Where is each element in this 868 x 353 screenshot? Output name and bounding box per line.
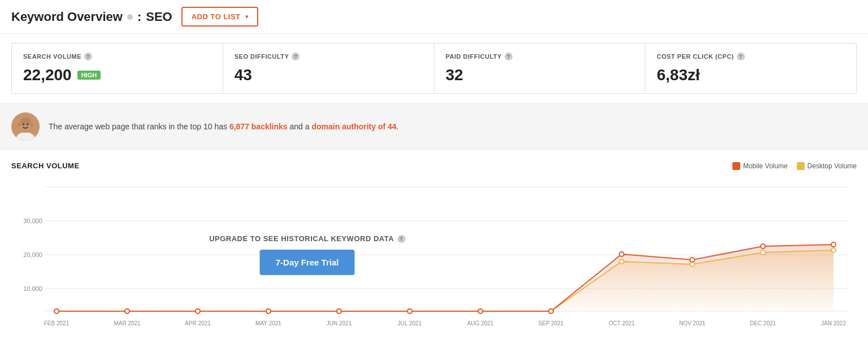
info-icon-search-volume[interactable]: ?: [84, 53, 92, 60]
svg-text:SEP 2021: SEP 2021: [539, 320, 564, 326]
insight-text: The average web page that ranks in the t…: [49, 121, 398, 133]
info-icon-cpc[interactable]: ?: [737, 53, 745, 60]
svg-text:NOV 2021: NOV 2021: [679, 320, 706, 326]
svg-point-46: [266, 309, 271, 313]
svg-text:JUN 2021: JUN 2021: [327, 320, 352, 326]
svg-point-51: [619, 252, 624, 256]
add-to-list-button[interactable]: ADD TO LIST ▾: [181, 7, 258, 27]
svg-text:DEC 2021: DEC 2021: [750, 320, 776, 326]
title-text: Keyword Overview: [11, 10, 123, 24]
svg-point-4: [27, 124, 29, 125]
legend-desktop: Desktop Volume: [797, 162, 857, 170]
high-badge: HIGH: [77, 71, 101, 80]
info-icon-upgrade[interactable]: ?: [397, 235, 405, 243]
info-icon-seo-difficulty[interactable]: ?: [292, 53, 300, 60]
svg-text:JAN 2022: JAN 2022: [821, 320, 846, 326]
legend-label-desktop: Desktop Volume: [808, 162, 857, 170]
svg-point-53: [761, 244, 765, 249]
title-separator: :: [137, 10, 141, 24]
add-to-list-label: ADD TO LIST: [192, 12, 241, 21]
metric-value-seo-difficulty: 43: [235, 66, 423, 84]
chart-header: SEARCH VOLUME Mobile Volume Desktop Volu…: [11, 162, 857, 170]
metric-card-search-volume: SEARCH VOLUME ? 22,200 HIGH: [11, 43, 223, 94]
insight-bar: The average web page that ranks in the t…: [0, 103, 868, 150]
keyword-label: SEO: [146, 10, 172, 24]
svg-text:10,000: 10,000: [23, 285, 42, 292]
svg-text:20,000: 20,000: [23, 251, 42, 258]
svg-point-54: [831, 242, 836, 247]
svg-text:MAR 2021: MAR 2021: [114, 320, 141, 326]
svg-text:30,000: 30,000: [23, 217, 42, 224]
info-icon-paid-difficulty[interactable]: ?: [505, 53, 513, 60]
legend-color-desktop: [797, 162, 805, 170]
chart-title: SEARCH VOLUME: [11, 162, 80, 170]
metric-card-seo-difficulty: SEO DIFFICULTY ? 43: [223, 43, 435, 94]
metric-value-cpc: 6,83zł: [657, 66, 845, 84]
upgrade-overlay: UPGRADE TO SEE HISTORICAL KEYWORD DATA ?…: [209, 234, 405, 275]
svg-text:APR 2021: APR 2021: [185, 320, 211, 326]
chart-wrapper: UPGRADE TO SEE HISTORICAL KEYWORD DATA ?…: [11, 176, 857, 334]
svg-point-5: [18, 123, 21, 127]
svg-point-2: [20, 117, 31, 125]
svg-point-49: [478, 309, 483, 313]
metric-label-seo-difficulty: SEO DIFFICULTY ?: [235, 53, 423, 60]
svg-point-42: [831, 248, 836, 252]
avatar: [11, 112, 40, 141]
svg-text:JUL 2021: JUL 2021: [398, 320, 422, 326]
svg-text:MAY 2021: MAY 2021: [255, 320, 281, 326]
page-header: Keyword Overview : SEO ADD TO LIST ▾: [0, 0, 868, 34]
svg-point-44: [125, 309, 129, 313]
metric-label-paid-difficulty: PAID DIFFICULTY ?: [446, 53, 634, 60]
metrics-row: SEARCH VOLUME ? 22,200 HIGH SEO DIFFICUL…: [0, 34, 868, 103]
chevron-down-icon: ▾: [245, 14, 249, 20]
metric-card-paid-difficulty: PAID DIFFICULTY ? 32: [434, 43, 646, 94]
chart-section: SEARCH VOLUME Mobile Volume Desktop Volu…: [0, 150, 868, 339]
chart-svg: 30,000 20,000 10,000 FEB 2021 MAR 2021 A…: [11, 176, 857, 334]
metric-card-cpc: COST PER CLICK (CPC) ? 6,83zł: [645, 43, 857, 94]
svg-point-50: [549, 309, 553, 313]
svg-rect-8: [23, 129, 28, 133]
svg-point-6: [31, 123, 33, 127]
svg-point-3: [23, 124, 24, 125]
metric-label-cpc: COST PER CLICK (CPC) ?: [657, 53, 845, 60]
svg-text:AUG 2021: AUG 2021: [467, 320, 494, 326]
chart-legend: Mobile Volume Desktop Volume: [732, 162, 857, 170]
legend-mobile: Mobile Volume: [732, 162, 788, 170]
legend-label-mobile: Mobile Volume: [743, 162, 788, 170]
svg-point-47: [337, 309, 341, 313]
free-trial-button[interactable]: 7-Day Free Trial: [260, 250, 355, 275]
metric-label-search-volume: SEARCH VOLUME ?: [23, 53, 211, 60]
svg-text:FEB 2021: FEB 2021: [44, 320, 70, 326]
svg-point-40: [690, 262, 695, 267]
legend-color-mobile: [732, 162, 740, 170]
page-title: Keyword Overview : SEO: [11, 10, 172, 24]
svg-point-52: [690, 258, 695, 262]
svg-point-41: [761, 250, 765, 255]
metric-value-paid-difficulty: 32: [446, 66, 634, 84]
svg-point-43: [54, 309, 59, 313]
svg-text:OCT 2021: OCT 2021: [609, 320, 635, 326]
title-dot: [127, 14, 133, 20]
svg-point-48: [407, 309, 412, 313]
upgrade-text: UPGRADE TO SEE HISTORICAL KEYWORD DATA ?: [209, 234, 405, 243]
svg-point-39: [619, 259, 624, 264]
svg-point-45: [196, 309, 200, 313]
metric-value-search-volume: 22,200 HIGH: [23, 66, 211, 84]
